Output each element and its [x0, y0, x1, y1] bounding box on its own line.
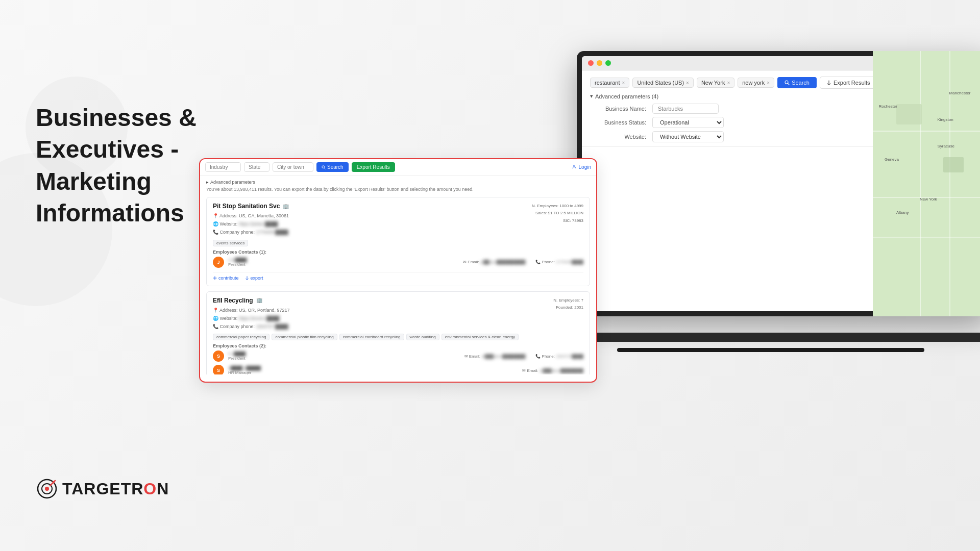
map-road-h1	[873, 131, 980, 132]
results-info: You've about 13,988,411 results. You can…	[206, 187, 590, 192]
card-body: ▸ Advanced parameters You've about 13,98…	[200, 176, 596, 374]
city-tag-remove[interactable]: ×	[767, 80, 770, 86]
map-label-4: New York	[920, 197, 937, 202]
industry-input[interactable]	[205, 162, 241, 172]
employee-2-title-2: HR Manager	[228, 370, 261, 374]
window-maximize-dot	[605, 60, 611, 66]
map-road-h3	[873, 237, 980, 238]
business-1-name: Pit Stop Sanitation Svc 🏢	[213, 203, 583, 210]
svg-line-6	[788, 84, 790, 85]
contribute-1-link[interactable]: contribute	[213, 276, 239, 281]
laptop-mockup: restaurant × United States (US) × New Yo…	[551, 51, 980, 357]
employees-1-title: Employees Contacts (1):	[213, 249, 583, 255]
tag-paper: commercial paper recycling	[213, 334, 270, 340]
map-area: Rochester Geneva Syracuse New York Alban…	[873, 56, 980, 311]
map-label-1: Rochester	[879, 104, 897, 109]
card-header: Search Export Results Login	[200, 159, 596, 176]
map-block-2	[943, 157, 964, 172]
employee-2-row-1: S S J████ President ✉ Email: at███@an███…	[213, 350, 583, 362]
logo: TARGETRON	[36, 478, 169, 500]
website-label: Website:	[590, 134, 646, 140]
country-tag[interactable]: United States (US) ×	[632, 78, 694, 88]
business-1-stats: N. Employees: 1000 to 4999 Sales: $1 TO …	[532, 203, 583, 224]
business-name-label: Business Name:	[590, 106, 646, 112]
featured-card: Search Export Results Login ▸ Advanced p…	[199, 158, 597, 383]
employee-2-title-1: President	[228, 356, 246, 361]
laptop-screen-inner: restaurant × United States (US) × New Yo…	[582, 56, 980, 311]
business-status-label: Business Status:	[590, 119, 646, 126]
targetron-logo-icon	[36, 478, 58, 500]
state-input[interactable]	[244, 162, 270, 172]
employee-2-avatar-2: S	[213, 365, 224, 374]
export-results-button[interactable]: Export Results	[820, 77, 877, 89]
business-name-input[interactable]	[652, 104, 719, 114]
city-tag[interactable]: new york ×	[738, 78, 774, 88]
card-search-icon	[322, 165, 326, 169]
map-block-1	[896, 104, 922, 124]
svg-point-9	[573, 165, 575, 167]
business-2-verify-icon: 🏢	[256, 297, 262, 303]
login-link[interactable]: Login	[572, 164, 591, 170]
business-1-tags: events services	[213, 240, 583, 246]
map-label-3: Syracuse	[938, 144, 954, 148]
business-2-name: EfII Recycling 🏢	[213, 297, 583, 304]
restaurant-tag[interactable]: restaurant ×	[590, 78, 629, 88]
card-export-button[interactable]: Export Results	[352, 162, 395, 172]
business-2-stats: N. Employees: 7 Founded: 2001	[553, 297, 583, 312]
map-road-v1	[920, 56, 921, 311]
business-1-employees: Employees Contacts (1): J J W████ Presid…	[213, 249, 583, 268]
svg-point-2	[45, 487, 49, 491]
export-1-link[interactable]: export	[245, 276, 263, 281]
business-2-meta: 📍 Address: US, OR, Portland, 97217 🌐 Web…	[213, 306, 583, 331]
contribute-icon-1	[213, 276, 217, 280]
logo-text: TARGETRON	[62, 480, 169, 498]
map-label-6: Kingston	[938, 117, 953, 122]
tag-env: environmental services & clean energy	[442, 334, 519, 340]
employees-2-title: Employees Contacts (2):	[213, 343, 583, 348]
map-label-5: Albany	[896, 210, 909, 215]
employee-2-contact-1: ✉ Email: at███@an████████ 📞 Phone: 15037…	[464, 354, 583, 359]
search-icon	[785, 80, 790, 85]
export-icon	[826, 80, 831, 85]
window-close-dot	[588, 60, 594, 66]
employee-2-info-1: S J████ President	[228, 352, 246, 361]
business-2-tags: commercial paper recycling commercial pl…	[213, 334, 583, 340]
employee-1-row: J J W████ President ✉ Email: je██@pi████…	[213, 257, 583, 268]
laptop-base	[551, 333, 980, 342]
export-icon-1	[245, 276, 249, 280]
login-icon	[572, 165, 576, 169]
employee-1-info: J W████ President	[228, 258, 247, 267]
map-label-7: Manchester	[949, 91, 971, 95]
employee-1-contact: ✉ Email: je██@pi██████████ 📞 Phone: 1770…	[463, 260, 583, 264]
business-1-actions: contribute export	[213, 272, 583, 281]
website-select[interactable]: Without Website	[652, 131, 724, 142]
window-minimize-dot	[597, 60, 602, 66]
svg-line-8	[324, 168, 325, 169]
tag-waste: waste auditing	[406, 334, 439, 340]
laptop-screen-bezel: restaurant × United States (US) × New Yo…	[577, 51, 980, 316]
employee-1-avatar: J	[213, 257, 224, 268]
laptop-foot	[617, 348, 924, 352]
search-button[interactable]: Search	[777, 77, 817, 88]
restaurant-tag-remove[interactable]: ×	[622, 80, 625, 86]
tag-events: events services	[213, 240, 248, 246]
employee-2-row-2: S S████ S█████ HR Manager ✉ Email: at███…	[213, 365, 583, 374]
business-card-1: Pit Stop Sanitation Svc 🏢 📍 Address: US,…	[206, 197, 590, 286]
card-search-button[interactable]: Search	[316, 162, 349, 172]
employee-1-title: President	[228, 262, 247, 267]
map-label-2: Geneva	[885, 157, 899, 162]
card-advanced-toggle[interactable]: ▸ Advanced parameters	[206, 180, 590, 185]
state-tag[interactable]: New York ×	[697, 78, 734, 88]
business-status-select[interactable]: Operational	[652, 117, 724, 128]
business-1-meta: 📍 Address: US, GA, Marietta, 30061 🌐 Web…	[213, 212, 583, 237]
business-1-verify-icon: 🏢	[283, 204, 289, 209]
country-tag-remove[interactable]: ×	[686, 80, 689, 86]
city-input[interactable]	[273, 162, 313, 172]
business-2-employees: Employees Contacts (2): S S J████ Presid…	[213, 343, 583, 374]
business-card-2: EfII Recycling 🏢 📍 Address: US, OR, Port…	[206, 291, 590, 374]
tag-cardboard: commercial cardboard recycling	[339, 334, 404, 340]
employee-2-avatar-1: S	[213, 350, 224, 362]
state-tag-remove[interactable]: ×	[727, 80, 730, 86]
tag-plastic: commercial plastic film recycling	[272, 334, 337, 340]
employee-2-contact-2: ✉ Email: at███@an████████	[522, 368, 583, 373]
